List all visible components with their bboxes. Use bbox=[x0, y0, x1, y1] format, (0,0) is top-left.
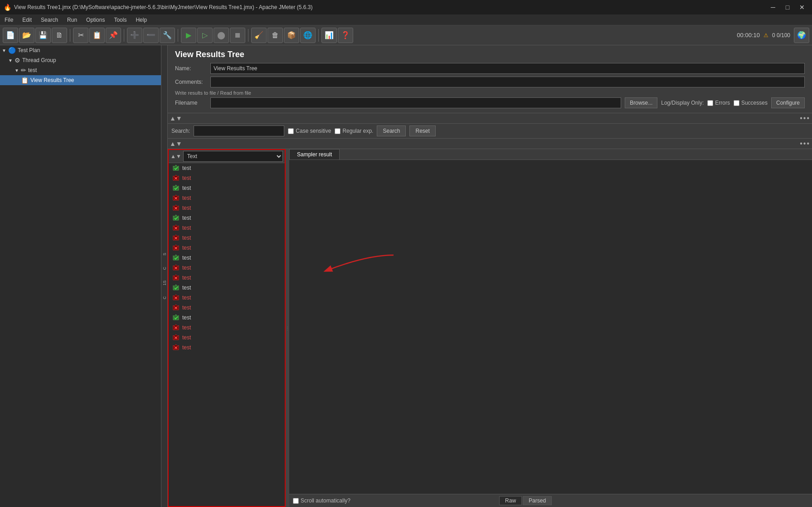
menu-tools[interactable]: Tools bbox=[109, 16, 131, 24]
result-item[interactable]: test bbox=[169, 203, 285, 213]
menu-options[interactable]: Options bbox=[82, 16, 109, 24]
toolbar-stop-btn[interactable]: ⬤ bbox=[214, 28, 229, 43]
toolbar-remote2-btn[interactable]: 🌍 bbox=[794, 28, 809, 43]
bottom-row: Scroll automatically? Raw Parsed bbox=[289, 494, 812, 507]
reset-button[interactable]: Reset bbox=[409, 126, 435, 136]
result-item[interactable]: test bbox=[169, 223, 285, 233]
regular-exp-text: Regular exp. bbox=[342, 128, 373, 134]
result-item-label: test bbox=[182, 215, 191, 221]
result-item[interactable]: test bbox=[169, 273, 285, 283]
sidebar-label-c[interactable]: C bbox=[161, 266, 168, 271]
tree-node-viewresults[interactable]: 📋 View Results Tree bbox=[0, 75, 167, 85]
errors-checkbox-label[interactable]: Errors bbox=[707, 100, 730, 106]
results-arrows[interactable]: ▲▼ bbox=[170, 153, 181, 159]
menu-edit[interactable]: Edit bbox=[18, 16, 36, 24]
menu-search[interactable]: Search bbox=[36, 16, 63, 24]
tree-node-test[interactable]: ▼ ✏ test bbox=[0, 65, 167, 75]
close-button[interactable]: ✕ bbox=[796, 1, 808, 14]
result-item[interactable]: test bbox=[169, 253, 285, 263]
result-item[interactable]: test bbox=[169, 293, 285, 303]
successes-checkbox-label[interactable]: Successes bbox=[734, 100, 768, 106]
result-item[interactable]: test bbox=[169, 263, 285, 273]
filename-input[interactable] bbox=[210, 97, 621, 108]
scroll-auto-checkbox[interactable] bbox=[293, 498, 299, 504]
result-item[interactable]: test bbox=[169, 303, 285, 313]
toolbar-stopnow-btn[interactable]: ⏹ bbox=[230, 28, 245, 43]
comments-input[interactable] bbox=[210, 77, 805, 87]
sidebar-label-1s[interactable]: 1S bbox=[161, 280, 168, 286]
toolbar-log-btn[interactable]: 📊 bbox=[321, 28, 337, 43]
case-sensitive-text: Case sensitive bbox=[296, 128, 331, 134]
svg-marker-8 bbox=[173, 205, 179, 210]
result-item[interactable]: test bbox=[169, 193, 285, 203]
parsed-tab[interactable]: Parsed bbox=[523, 496, 552, 505]
result-item[interactable]: test bbox=[169, 323, 285, 333]
result-item[interactable]: test bbox=[169, 333, 285, 343]
sampler-result-tab[interactable]: Sampler result bbox=[289, 149, 340, 159]
more-dots-1[interactable]: ••• bbox=[800, 114, 810, 122]
toolbar-save-btn[interactable]: 💾 bbox=[35, 28, 51, 43]
result-item[interactable]: test bbox=[169, 213, 285, 223]
toolbar-paste-btn[interactable]: 📌 bbox=[106, 28, 121, 43]
result-item[interactable]: test bbox=[169, 313, 285, 323]
error-icon bbox=[172, 324, 180, 331]
toolbar-clearall-btn[interactable]: 🗑 bbox=[267, 28, 283, 43]
search-button[interactable]: Search bbox=[377, 126, 406, 136]
regular-exp-label[interactable]: Regular exp. bbox=[335, 128, 373, 134]
toolbar-settings-btn[interactable]: 🔧 bbox=[160, 28, 175, 43]
toolbar-start-btn[interactable]: ▶ bbox=[181, 28, 196, 43]
toolbar-add-btn[interactable]: ➕ bbox=[127, 28, 142, 43]
scroll-auto-label[interactable]: Scroll automatically? bbox=[293, 497, 350, 504]
result-item[interactable]: test bbox=[169, 173, 285, 183]
svg-marker-5 bbox=[173, 195, 179, 200]
tree-node-testplan[interactable]: ▼ 🔵 Test Plan bbox=[0, 45, 167, 55]
toolbar-copy-btn[interactable]: 📋 bbox=[89, 28, 105, 43]
case-sensitive-checkbox[interactable] bbox=[288, 128, 294, 134]
configure-button[interactable]: Configure bbox=[771, 97, 805, 108]
toolbar-startnopauses-btn[interactable]: ▷ bbox=[197, 28, 213, 43]
format-select[interactable]: Text HTML JSON XML Boundary bbox=[183, 151, 283, 162]
toolbar-clear-btn[interactable]: 🧹 bbox=[251, 28, 267, 43]
minimize-button[interactable]: ─ bbox=[767, 1, 779, 14]
errors-checkbox[interactable] bbox=[707, 100, 713, 106]
toolbar-new-btn[interactable]: 📄 bbox=[3, 28, 18, 43]
splitter-handle[interactable]: ⋮ bbox=[286, 149, 289, 507]
result-item[interactable]: test bbox=[169, 243, 285, 253]
successes-checkbox[interactable] bbox=[734, 100, 739, 106]
result-item[interactable]: test bbox=[169, 283, 285, 293]
name-input[interactable] bbox=[210, 63, 805, 74]
result-item[interactable]: test bbox=[169, 163, 285, 173]
sidebar-label-c2[interactable]: C bbox=[161, 295, 168, 300]
toolbar-saveas-btn[interactable]: 🗎 bbox=[52, 28, 67, 43]
toolbar-remote-btn[interactable]: 🌐 bbox=[300, 28, 316, 43]
more-arrows-2[interactable]: ▲▼ bbox=[170, 140, 182, 147]
toolbar-help-btn[interactable]: ❓ bbox=[338, 28, 353, 43]
more-dots-2[interactable]: ••• bbox=[800, 140, 810, 148]
result-item[interactable]: test bbox=[169, 183, 285, 193]
raw-tab[interactable]: Raw bbox=[499, 496, 522, 505]
toolbar-templates-btn[interactable]: 📦 bbox=[284, 28, 299, 43]
tree-node-threadgroup[interactable]: ▼ ⚙ Thread Group bbox=[0, 55, 167, 65]
browse-button[interactable]: Browse... bbox=[625, 97, 657, 108]
menu-run[interactable]: Run bbox=[63, 16, 82, 24]
panel-title: View Results Tree bbox=[175, 50, 805, 59]
search-input[interactable] bbox=[194, 126, 284, 136]
title-bar-left: 🔥 View Results Tree1.jmx (D:\MySoftware\… bbox=[4, 4, 312, 11]
case-sensitive-label[interactable]: Case sensitive bbox=[288, 128, 331, 134]
sidebar-label-s[interactable]: S bbox=[161, 252, 168, 256]
toolbar-open-btn[interactable]: 📂 bbox=[19, 28, 34, 43]
toolbar: 📄 📂 💾 🗎 ✂ 📋 📌 ➕ ➖ 🔧 ▶ ▷ ⬤ ⏹ 🧹 🗑 📦 🌐 📊 ❓ … bbox=[0, 25, 812, 45]
result-item[interactable]: test bbox=[169, 233, 285, 243]
toolbar-remove-btn[interactable]: ➖ bbox=[143, 28, 159, 43]
toolbar-cut-btn[interactable]: ✂ bbox=[73, 28, 88, 43]
svg-marker-39 bbox=[173, 334, 179, 340]
result-item[interactable]: test bbox=[169, 343, 285, 352]
menu-file[interactable]: File bbox=[0, 16, 18, 24]
toolbar-sep3 bbox=[178, 29, 178, 42]
toolbar-counter: 0 0/100 bbox=[772, 32, 790, 39]
log-display-label: Log/Display Only: bbox=[661, 100, 704, 106]
maximize-button[interactable]: □ bbox=[781, 1, 794, 14]
menu-help[interactable]: Help bbox=[131, 16, 151, 24]
more-arrows-1[interactable]: ▲▼ bbox=[170, 115, 182, 122]
regular-exp-checkbox[interactable] bbox=[335, 128, 340, 134]
